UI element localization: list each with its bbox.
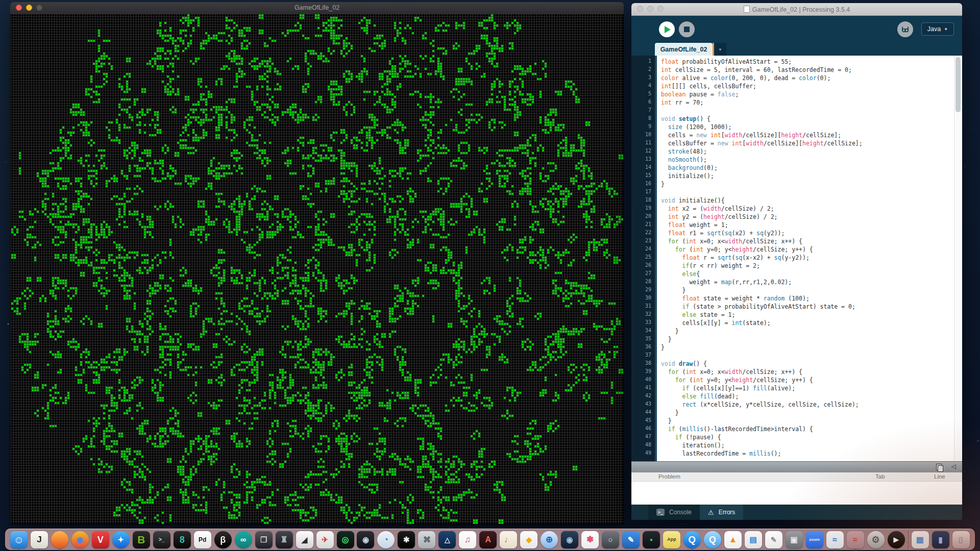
dock-icon-cube-app[interactable]: ❒	[255, 531, 273, 548]
dock-icon-safari[interactable]: ✦	[112, 531, 130, 548]
tab-sketch[interactable]: GameOfLife_02	[655, 43, 713, 56]
sail-app-glyph: △	[445, 536, 450, 543]
dock-icon-beta-app[interactable]: β	[214, 531, 232, 548]
stop-button[interactable]	[679, 21, 695, 37]
automator-app-glyph: App	[667, 537, 676, 542]
run-button[interactable]	[659, 21, 675, 37]
dock-icon-copter-app[interactable]: ✈	[316, 531, 334, 548]
dock-icon-wedge-app[interactable]: ◢	[296, 531, 313, 548]
collapse-console-icon[interactable]: ◁	[951, 463, 956, 470]
dock-icon-globe-app[interactable]: ⊕	[541, 531, 558, 548]
mode-label: Java	[927, 26, 941, 33]
dock-icon-photos-app[interactable]: ✽	[581, 531, 599, 548]
copy-icon[interactable]	[936, 464, 942, 470]
bluecam-app-glyph: ◉	[567, 536, 573, 543]
dock-icon-vivaldi[interactable]: V	[92, 531, 109, 548]
journal-glyph: J	[37, 535, 41, 544]
finder-glyph: ☺	[14, 535, 24, 545]
dock-icon-puredata[interactable]: Pd	[194, 531, 211, 548]
code-editor[interactable]: 1float probabilityOfAliveAtStart = 55;2i…	[631, 56, 962, 461]
trash-glyph: ▯	[959, 536, 963, 543]
dock-icon-a-app[interactable]: A	[479, 531, 497, 548]
dock-icon-quicktime[interactable]: Q	[683, 531, 701, 548]
dock-icon-guitar-app[interactable]: ♩	[500, 531, 517, 548]
dock-icon-diamond-app[interactable]: ◆	[520, 531, 537, 548]
tab-menu-button[interactable]: ▼	[714, 43, 726, 56]
mode-selector[interactable]: Java ▼	[921, 22, 954, 36]
running-indicator-dot	[834, 549, 836, 551]
waveform-monitor-glyph: ≈	[853, 536, 857, 544]
disc-app-glyph: ◔	[384, 536, 389, 544]
running-indicator-dot	[691, 549, 693, 551]
game-of-life-window: GameOfLife_02	[10, 2, 624, 524]
dock-icon-disc-app[interactable]: ◔	[377, 531, 395, 548]
warning-icon: ⚠	[708, 509, 714, 516]
b-app-glyph: B	[137, 534, 145, 545]
dock-icon-camera-app[interactable]: ○	[602, 531, 619, 548]
wedge-app-glyph: ◢	[302, 536, 308, 543]
dock-icon-asterisk-app[interactable]: ✱	[398, 531, 415, 548]
dock-icon-terminal[interactable]: >_	[153, 531, 170, 548]
running-indicator-dot	[854, 549, 856, 551]
dock-icon-bluecam-app[interactable]: ◉	[561, 531, 578, 548]
chevron-down-icon: ▼	[944, 27, 948, 32]
greendot-app-glyph: ●	[650, 537, 653, 542]
dock-icon-music[interactable]: ♫	[459, 531, 476, 548]
dock-icon-trash[interactable]: ▯	[952, 531, 970, 548]
dock-icon-eye-app[interactable]: ◉	[357, 531, 374, 548]
game-of-life-canvas[interactable]	[11, 14, 623, 524]
status-message-bar: ◁	[631, 461, 962, 472]
diamond-app-glyph: ◆	[526, 536, 532, 543]
dock-icon-quicktime7[interactable]: Q	[704, 531, 721, 548]
archive-app-glyph: ▣	[791, 536, 798, 543]
dock-icon-journal[interactable]: J	[31, 531, 48, 548]
dock-separator	[908, 531, 909, 549]
terminal-glyph: >_	[159, 537, 164, 542]
dock-icon-b-app[interactable]: B	[133, 531, 150, 548]
scrollbar-thumb[interactable]	[955, 57, 961, 112]
vlc-glyph: ▲	[728, 535, 737, 544]
asterisk-app-glyph: ✱	[403, 536, 410, 543]
dock-icon-intel-power-gadget[interactable]: ≈	[826, 531, 844, 548]
system-preferences-glyph: ⚙	[872, 535, 880, 544]
dock-icon-eight-app[interactable]: 8	[174, 531, 191, 548]
dock-icon-arduino[interactable]: ∞	[235, 531, 252, 548]
zoom-glyph: zoom	[809, 538, 820, 542]
running-indicator-dot	[38, 549, 40, 551]
tab-errors[interactable]: ⚠ Errors	[700, 505, 743, 520]
dock-icon-archive-app[interactable]: ▣	[786, 531, 803, 548]
dock-icon-files-folder[interactable]: ▦	[912, 531, 929, 548]
editor-scrollbar[interactable]	[954, 56, 962, 461]
debug-button[interactable]	[897, 21, 913, 37]
dock-icon-display-app[interactable]: ▮	[932, 531, 949, 548]
dock-icon-greendot-app[interactable]: ●	[643, 531, 660, 548]
dock-icon-system-preferences[interactable]: ⚙	[867, 531, 885, 548]
files-folder-glyph: ▦	[916, 536, 924, 544]
dock-icon-sail-app[interactable]: △	[438, 531, 456, 548]
dock-icon-vlc[interactable]: ▲	[724, 531, 742, 548]
tab-console[interactable]: >_ Console	[648, 505, 700, 520]
error-table-header: Problem Tab Line	[631, 472, 962, 482]
dock-icon-zoom[interactable]: zoom	[806, 531, 823, 548]
keynote-glyph: ▤	[750, 536, 757, 543]
game-window-title: GameOfLife_02	[10, 4, 624, 11]
dock-icon-pencil-app[interactable]: ✎	[622, 531, 640, 548]
dock-icon-chrome[interactable]: ◉	[71, 531, 89, 548]
dock-icon-firefox[interactable]	[51, 531, 68, 548]
column-problem: Problem	[658, 473, 680, 480]
ide-titlebar: GameOfLife_02 | Processing 3.5.4	[631, 3, 962, 16]
dock-icon-finder[interactable]: ☺	[10, 531, 28, 548]
running-indicator-dot	[59, 549, 61, 551]
photos-app-glyph: ✽	[586, 535, 594, 544]
dock-icon-play-app[interactable]: ▶	[888, 531, 905, 548]
dock-icon-keynote[interactable]: ▤	[745, 531, 762, 548]
dock-icon-robot-app[interactable]: ♜	[276, 531, 293, 548]
dock-icon-radar-app[interactable]: ◎	[337, 531, 354, 548]
chevron-down-icon: ▼	[718, 47, 722, 52]
eye-app-glyph: ◉	[362, 536, 369, 543]
dock-icon-textedit[interactable]: ✎	[765, 531, 782, 548]
ide-window-title: GameOfLife_02 | Processing 3.5.4	[631, 6, 962, 13]
dock-icon-silver-app[interactable]: ⌘	[418, 531, 435, 548]
dock-icon-waveform-monitor[interactable]: ≈	[847, 531, 864, 548]
dock-icon-automator-app[interactable]: App	[663, 531, 680, 548]
